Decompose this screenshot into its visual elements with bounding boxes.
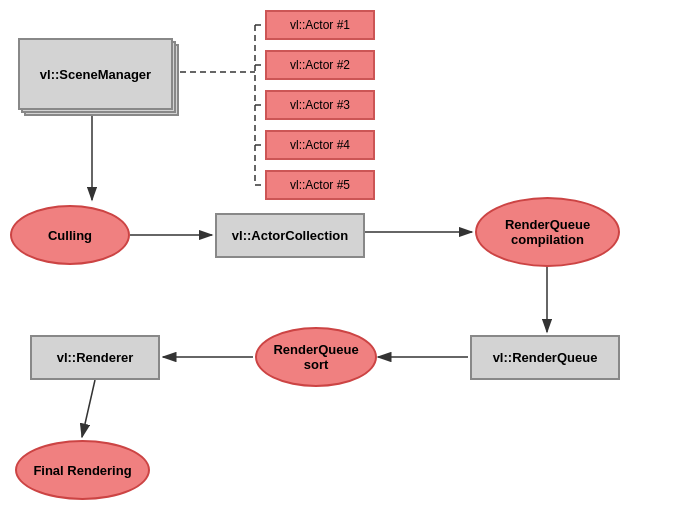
- actor-collection-node: vl::ActorCollection: [215, 213, 365, 258]
- svg-line-13: [82, 380, 95, 437]
- actor-3: vl::Actor #3: [265, 90, 375, 120]
- actor-4: vl::Actor #4: [265, 130, 375, 160]
- scene-manager-label: vl::SceneManager: [40, 67, 151, 82]
- renderer-node: vl::Renderer: [30, 335, 160, 380]
- render-queue-node: vl::RenderQueue: [470, 335, 620, 380]
- diagram: vl::SceneManager vl::Actor #1 vl::Actor …: [0, 0, 693, 521]
- render-queue-compilation-node: RenderQueue compilation: [475, 197, 620, 267]
- final-rendering-node: Final Rendering: [15, 440, 150, 500]
- actor-1: vl::Actor #1: [265, 10, 375, 40]
- render-queue-sort-node: RenderQueue sort: [255, 327, 377, 387]
- actor-2: vl::Actor #2: [265, 50, 375, 80]
- culling-node: Culling: [10, 205, 130, 265]
- actor-5: vl::Actor #5: [265, 170, 375, 200]
